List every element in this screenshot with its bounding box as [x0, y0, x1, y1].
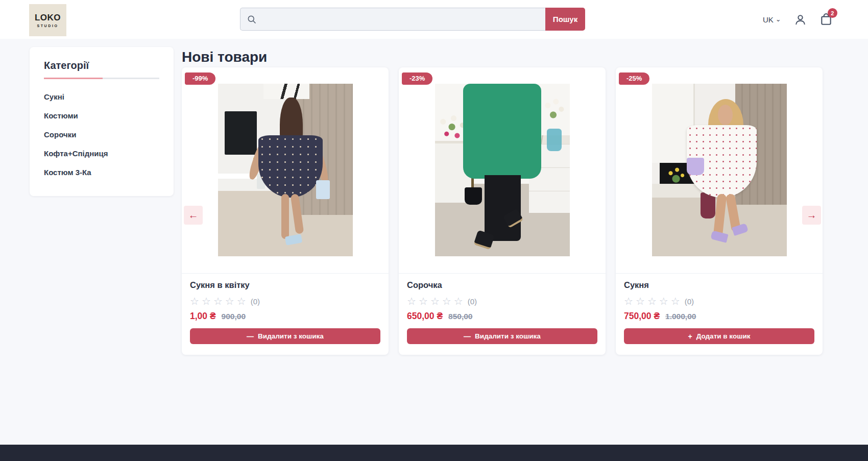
language-label: UK	[763, 15, 774, 24]
add-to-cart-button[interactable]: + Додати в кошик	[624, 328, 814, 344]
rating-row: ☆ ☆ ☆ ☆ ☆ (0)	[624, 296, 814, 306]
minus-icon: —	[247, 332, 254, 341]
rating-row: ☆ ☆ ☆ ☆ ☆ (0)	[190, 296, 380, 306]
star-icon: ☆	[624, 296, 633, 306]
sidebar-item-dresses[interactable]: Сукні	[44, 87, 159, 106]
product-info: Сукня ☆ ☆ ☆ ☆ ☆ (0) 750,00 ₴ 1.000,00 + …	[616, 273, 823, 344]
minus-icon: —	[464, 332, 471, 341]
sidebar-item-suits[interactable]: Костюми	[44, 106, 159, 125]
arrow-right-icon: →	[807, 209, 817, 221]
search-icon	[247, 14, 257, 25]
account-button[interactable]	[794, 13, 807, 26]
product-title[interactable]: Сукня	[624, 280, 814, 290]
categories-divider	[44, 78, 159, 79]
footer	[0, 445, 868, 461]
star-icon: ☆	[671, 296, 680, 306]
star-icon: ☆	[202, 296, 211, 306]
rating-count: (0)	[251, 297, 260, 306]
categories-title: Категорії	[44, 60, 159, 71]
discount-badge: -25%	[619, 72, 649, 85]
sidebar-item-shirts[interactable]: Сорочки	[44, 125, 159, 144]
discount-badge: -23%	[402, 72, 432, 85]
rating-row: ☆ ☆ ☆ ☆ ☆ (0)	[407, 296, 597, 306]
header: LOKO STUDIO Пошук UK ⌄	[0, 0, 868, 39]
price-row: 1,00 ₴ 900,00	[190, 311, 380, 322]
star-icon: ☆	[419, 296, 428, 306]
current-price: 650,00 ₴	[407, 311, 443, 322]
product-photo[interactable]	[652, 84, 787, 256]
remove-from-cart-button[interactable]: — Видалити з кошика	[190, 328, 380, 344]
star-icon: ☆	[636, 296, 645, 306]
rating-count: (0)	[468, 297, 477, 306]
price-row: 650,00 ₴ 850,00	[407, 311, 597, 322]
product-info: Сукня в квітку ☆ ☆ ☆ ☆ ☆ (0) 1,00 ₴ 900,…	[182, 273, 389, 344]
arrow-left-icon: ←	[188, 209, 199, 221]
star-icon: ☆	[225, 296, 234, 306]
carousel-prev-button[interactable]: ←	[184, 206, 203, 225]
product-card[interactable]: -23% Сорочка ☆ ☆ ☆ ☆ ☆ (0) 650,00 ₴ 850,…	[399, 67, 606, 355]
discount-badge: -99%	[185, 72, 215, 85]
product-title[interactable]: Сорочка	[407, 280, 597, 290]
cart-button-label: Додати в кошик	[696, 332, 751, 340]
categories-panel: Категорії Сукні Костюми Сорочки Кофта+Сп…	[30, 47, 174, 196]
star-icon: ☆	[213, 296, 223, 306]
cart-button-label: Видалити з кошика	[258, 332, 324, 340]
plus-icon: +	[688, 332, 692, 341]
page: LOKO STUDIO Пошук UK ⌄	[0, 0, 868, 461]
old-price: 900,00	[222, 312, 246, 321]
star-icon: ☆	[442, 296, 451, 306]
logo[interactable]: LOKO STUDIO	[29, 4, 66, 36]
star-icon: ☆	[237, 296, 246, 306]
sidebar-item-suit-3[interactable]: Костюм 3-Ка	[44, 163, 159, 182]
language-selector[interactable]: UK ⌄	[763, 15, 781, 24]
product-photo[interactable]	[435, 84, 570, 256]
star-icon: ☆	[190, 296, 199, 306]
star-icon: ☆	[430, 296, 440, 306]
search-button[interactable]: Пошук	[545, 8, 585, 31]
user-icon	[794, 13, 807, 26]
cart-count-badge: 2	[828, 8, 837, 18]
current-price: 750,00 ₴	[624, 311, 660, 322]
product-card[interactable]: -99% Сукня в квітку ☆ ☆ ☆ ☆ ☆ (0) 1,00 ₴…	[182, 67, 389, 355]
old-price: 850,00	[448, 312, 472, 321]
star-icon: ☆	[659, 296, 668, 306]
price-row: 750,00 ₴ 1.000,00	[624, 311, 814, 322]
header-actions: UK ⌄ 2	[763, 0, 833, 39]
product-card[interactable]: -25% Сукня ☆ ☆ ☆ ☆ ☆ (0) 750,00 ₴ 1.000,…	[616, 67, 823, 355]
star-icon: ☆	[647, 296, 657, 306]
old-price: 1.000,00	[665, 312, 696, 321]
search-input[interactable]	[261, 15, 539, 23]
logo-subtext: STUDIO	[37, 24, 58, 28]
star-icon: ☆	[407, 296, 416, 306]
cart-button[interactable]: 2	[819, 13, 833, 26]
product-info: Сорочка ☆ ☆ ☆ ☆ ☆ (0) 650,00 ₴ 850,00 — …	[399, 273, 606, 344]
carousel-next-button[interactable]: →	[802, 206, 821, 225]
rating-count: (0)	[685, 297, 694, 306]
logo-text: LOKO	[35, 13, 61, 23]
current-price: 1,00 ₴	[190, 311, 216, 322]
cart-button-label: Видалити з кошика	[475, 332, 541, 340]
remove-from-cart-button[interactable]: — Видалити з кошика	[407, 328, 597, 344]
search-box[interactable]	[240, 8, 545, 31]
product-title[interactable]: Сукня в квітку	[190, 280, 380, 290]
sidebar-item-top-skirt[interactable]: Кофта+Спідниця	[44, 144, 159, 163]
product-photo[interactable]	[218, 84, 353, 256]
star-icon: ☆	[454, 296, 463, 306]
page-title: Нові товари	[182, 49, 267, 65]
chevron-down-icon: ⌄	[776, 17, 781, 22]
search-bar: Пошук	[240, 8, 585, 31]
